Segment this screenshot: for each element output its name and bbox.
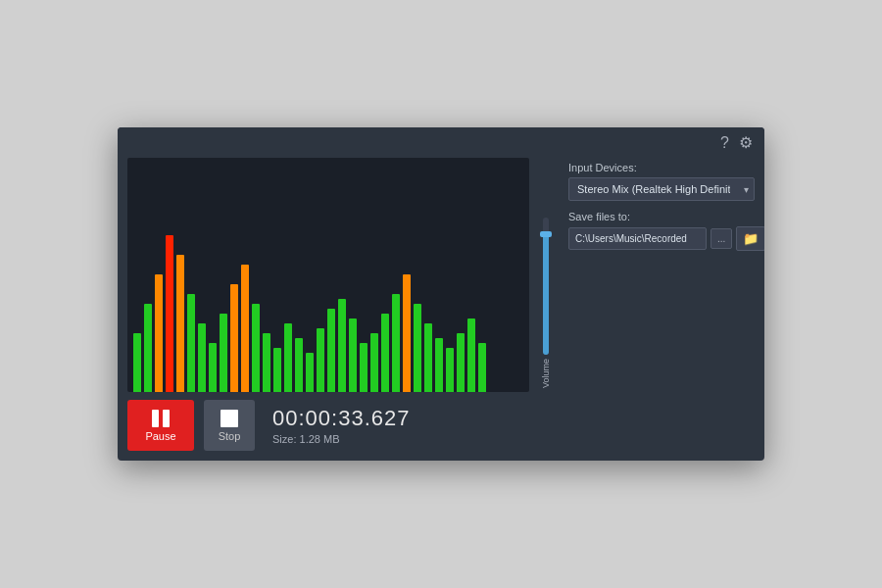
device-select[interactable]: Stereo Mix (Realtek High Definition Audi…: [568, 177, 755, 201]
app-window: ? ⚙ Volume: [118, 127, 764, 461]
spectrum-bar: [435, 338, 443, 392]
spectrum-bar: [370, 333, 378, 392]
pause-icon: [152, 410, 170, 427]
spectrum-bar: [284, 323, 292, 392]
spectrum-bar: [306, 353, 314, 392]
spectrum-bar: [349, 318, 357, 392]
spectrum-bar: [414, 304, 421, 392]
spectrum-bar: [273, 348, 281, 392]
spectrum-bar: [198, 323, 206, 392]
main-content: Volume Pause Stop 00:00:33.627: [118, 158, 764, 461]
pause-label: Pause: [145, 430, 175, 442]
open-folder-button[interactable]: 📁: [736, 226, 764, 251]
save-files-label: Save files to:: [568, 211, 755, 222]
spectrum-bar: [263, 333, 270, 392]
spectrum-bar: [166, 235, 173, 392]
device-select-wrapper: Stereo Mix (Realtek High Definition Audi…: [568, 177, 755, 201]
spectrum-bar: [252, 304, 260, 392]
browse-button[interactable]: ...: [710, 228, 732, 249]
spectrum-bar: [209, 343, 217, 392]
volume-slider[interactable]: [543, 218, 549, 355]
pause-bar-right: [163, 410, 170, 427]
time-display: 00:00:33.627: [272, 406, 410, 431]
input-devices-label: Input Devices:: [568, 162, 755, 173]
spectrum-bar: [467, 318, 475, 392]
spectrum-bar: [295, 338, 303, 392]
size-display: Size: 1.28 MB: [272, 433, 410, 445]
stop-button[interactable]: Stop: [204, 400, 255, 451]
settings-icon[interactable]: ⚙: [739, 133, 753, 152]
spectrum-bar: [187, 294, 195, 392]
controls-row: Pause Stop 00:00:33.627 Size: 1.28 MB: [127, 392, 557, 451]
volume-thumb[interactable]: [540, 231, 552, 237]
spectrum-bar: [220, 314, 227, 392]
spectrum-bar: [317, 328, 324, 392]
spectrum-bar: [133, 333, 141, 392]
spectrum-bar: [478, 343, 486, 392]
spectrum-bar: [155, 274, 163, 392]
spectrum-bar: [360, 343, 368, 392]
volume-label: Volume: [541, 359, 551, 388]
stop-label: Stop: [219, 430, 241, 442]
title-bar: ? ⚙: [118, 127, 764, 158]
spectrum-bar: [338, 299, 346, 392]
visualizer-row: Volume: [127, 158, 557, 392]
file-path-input[interactable]: [568, 227, 707, 250]
spectrum-bar: [327, 309, 335, 392]
spectrum-bar: [381, 314, 389, 392]
volume-slider-container: Volume: [535, 158, 557, 392]
time-info: 00:00:33.627 Size: 1.28 MB: [272, 406, 410, 445]
folder-icon: 📁: [743, 231, 759, 246]
spectrum-bar: [457, 333, 465, 392]
input-devices-field: Input Devices: Stereo Mix (Realtek High …: [568, 162, 755, 201]
right-panel: Input Devices: Stereo Mix (Realtek High …: [568, 158, 755, 451]
pause-button[interactable]: Pause: [127, 400, 194, 451]
save-files-field: Save files to: ... 📁: [568, 211, 755, 251]
volume-fill: [543, 234, 549, 355]
spectrum-bar: [446, 348, 454, 392]
stop-icon: [220, 410, 238, 427]
spectrum-bar: [176, 255, 184, 392]
spectrum-bar: [144, 304, 152, 392]
spectrum-bar: [241, 265, 249, 392]
spectrum-bar: [392, 294, 400, 392]
visualizer-section: Volume Pause Stop 00:00:33.627: [127, 158, 557, 451]
spectrum-bar: [230, 284, 238, 392]
file-path-row: ... 📁: [568, 226, 755, 251]
pause-bar-left: [152, 410, 159, 427]
help-icon[interactable]: ?: [720, 134, 729, 152]
spectrum-display: [127, 158, 529, 392]
spectrum-bar: [424, 323, 432, 392]
spectrum-bar: [403, 274, 411, 392]
